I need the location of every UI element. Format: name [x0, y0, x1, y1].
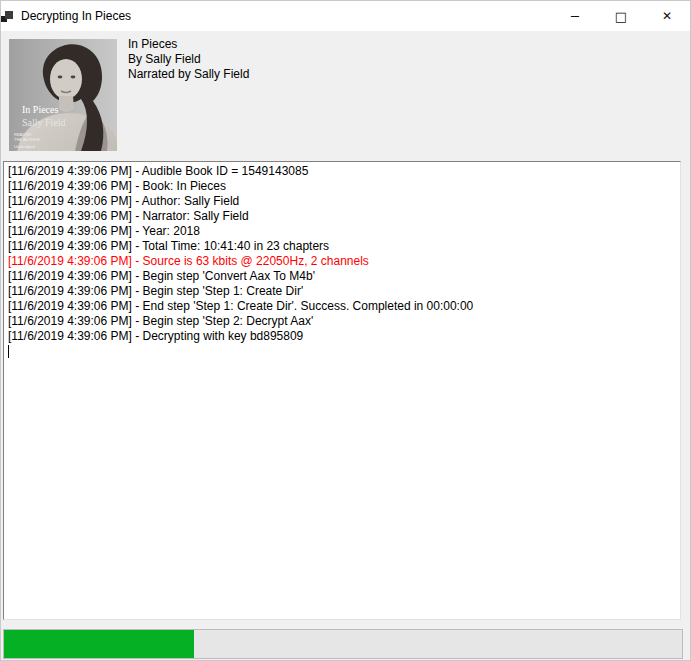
- window-controls: ─ □ ✕: [552, 1, 690, 31]
- log-line: [11/6/2019 4:39:06 PM] - Decrypting with…: [8, 329, 676, 344]
- log-lines: [11/6/2019 4:39:06 PM] - Audible Book ID…: [8, 164, 676, 344]
- log-line: [11/6/2019 4:39:06 PM] - Begin step 'Ste…: [8, 284, 676, 299]
- app-window: Decrypting In Pieces ─ □ ✕: [0, 0, 691, 661]
- text-caret: [8, 345, 9, 358]
- maximize-button[interactable]: □: [598, 1, 644, 31]
- cover-edition-text: Unabridged: [14, 144, 35, 149]
- log-caret-line: [8, 344, 676, 359]
- progress-bar-fill: [4, 630, 194, 658]
- app-icon: [1, 9, 15, 23]
- title-bar[interactable]: Decrypting In Pieces ─ □ ✕: [1, 1, 690, 31]
- window-title: Decrypting In Pieces: [21, 9, 131, 23]
- log-output[interactable]: [11/6/2019 4:39:06 PM] - Audible Book ID…: [3, 161, 681, 620]
- minimize-button[interactable]: ─: [552, 1, 598, 31]
- cover-author-text: Sally Field: [22, 117, 66, 128]
- log-line: [11/6/2019 4:39:06 PM] - Audible Book ID…: [8, 164, 676, 179]
- log-line: [11/6/2019 4:39:06 PM] - Book: In Pieces: [8, 179, 676, 194]
- log-line: [11/6/2019 4:39:06 PM] - Total Time: 10:…: [8, 239, 676, 254]
- book-title: In Pieces: [128, 37, 249, 52]
- log-line: [11/6/2019 4:39:06 PM] - Author: Sally F…: [8, 194, 676, 209]
- cover-title-text: In Pieces: [22, 104, 58, 115]
- book-info: In Pieces By Sally Field Narrated by Sal…: [128, 37, 249, 82]
- log-line: [11/6/2019 4:39:06 PM] - End step 'Step …: [8, 299, 676, 314]
- log-line: [11/6/2019 4:39:06 PM] - Begin step 'Con…: [8, 269, 676, 284]
- book-cover-image: In Pieces Sally Field READ BY THE AUTHOR…: [9, 39, 117, 151]
- log-line: [11/6/2019 4:39:06 PM] - Begin step 'Ste…: [8, 314, 676, 329]
- progress-bar: [3, 629, 683, 659]
- close-button[interactable]: ✕: [644, 1, 690, 31]
- book-narrator: Narrated by Sally Field: [128, 67, 249, 82]
- book-author: By Sally Field: [128, 52, 249, 67]
- log-line: [11/6/2019 4:39:06 PM] - Narrator: Sally…: [8, 209, 676, 224]
- log-line: [11/6/2019 4:39:06 PM] - Source is 63 kb…: [8, 254, 676, 269]
- cover-readby-line2: THE AUTHOR: [14, 137, 40, 142]
- log-line: [11/6/2019 4:39:06 PM] - Year: 2018: [8, 224, 676, 239]
